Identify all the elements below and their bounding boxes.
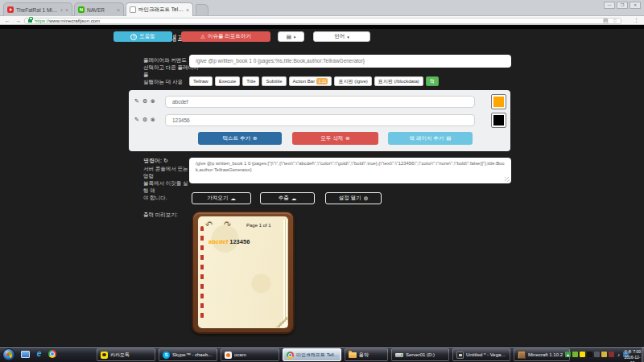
maximize-button[interactable]: ❐ [617, 2, 628, 9]
mode-title[interactable]: Title [242, 76, 259, 86]
command-output-textarea[interactable]: /give @p written_book 1 0 {pages:["[\"\"… [189, 158, 511, 183]
cross-icon: ⊗ [345, 135, 349, 142]
tab-naver[interactable]: N NAVER × [74, 2, 124, 16]
taskbar-clock[interactable]: 오후 7:00 2016-12-18 [623, 349, 642, 362]
volume-icon[interactable]: ♪ [616, 352, 621, 357]
browser-tab-bar: TheFatRat 1 Million ♪ × N NAVER × 마인크래프트… [0, 0, 644, 16]
tab-tellraw-active[interactable]: 마인크래프트 Tellraw 생 × [126, 2, 193, 16]
book-preview: ↶ ↷ Page 1 of 1 abcdef 123456 [192, 211, 295, 334]
minecraft-crafting-table-icon [518, 351, 526, 359]
taskbar-item-minecraft[interactable]: Minecraft 1.10.2 [514, 348, 570, 361]
remove-row-icon[interactable]: ⊗ [151, 117, 155, 123]
help-button[interactable]: ? 도움말 [114, 31, 172, 42]
book-icon: ▤ [446, 135, 451, 142]
mode-tellraw[interactable]: Tellraw [189, 76, 213, 86]
mode-actionbar[interactable]: Action Bar1.11 [289, 76, 332, 86]
start-button[interactable] [2, 348, 15, 361]
tellraw-generator-page: 마인크래프트 Tellraw 생성기 ? 도움말 ⚠ 이슈를 리포트하기 ▤ ▾… [0, 29, 644, 346]
open-settings-button[interactable]: 설정 열기 ⚙ [325, 192, 382, 204]
system-tray: ▴ ♪ [565, 352, 629, 357]
chrome-launcher-icon[interactable] [48, 350, 56, 358]
internet-explorer-icon[interactable]: e [35, 349, 43, 358]
translate-icon[interactable]: ▤ [603, 18, 609, 24]
preview-label: 출력 미리보기: [143, 212, 178, 219]
forward-icon[interactable]: → [15, 18, 21, 23]
command-template-input[interactable]: /give @p written_book 1 0 {pages:%s,titl… [189, 55, 511, 68]
tab-title: TheFatRat 1 Million [16, 7, 58, 13]
mode-book[interactable]: 책 [426, 76, 439, 86]
browser-menu-icon[interactable]: ⋮ [634, 17, 639, 23]
new-tab-button[interactable] [196, 4, 208, 15]
mode-subtitle[interactable]: Subtitle [262, 76, 286, 86]
tray-green-icon[interactable] [572, 352, 578, 357]
refresh-icon[interactable]: ↻ [163, 158, 168, 163]
gear-icon: ⚙ [363, 195, 368, 202]
warning-icon: ⚠ [200, 34, 205, 40]
gear-icon[interactable]: ⚙ [142, 98, 147, 105]
language-button[interactable]: 언어 ▾ [313, 31, 370, 42]
mode-buttons: Tellraw Execute Title Subtitle Action Ba… [189, 76, 439, 86]
mode-sign-blockdata[interactable]: 표지판 (/blockdata) [374, 76, 423, 86]
chevron-down-icon: ▾ [294, 35, 296, 39]
taskbar-item-ocam[interactable]: ocam [221, 348, 279, 361]
tray-shield-icon[interactable] [601, 352, 607, 357]
mode-execute[interactable]: Execute [215, 76, 241, 86]
browser-address-bar: ← → ↻ https:// www.minecraftjson.com ▤ ☆… [0, 16, 644, 25]
taskbar-item-chrome-tellraw[interactable]: 마인크래프트 Tell... [283, 348, 341, 361]
list-icon: ▤ [287, 34, 291, 40]
color-swatch[interactable] [492, 113, 506, 127]
add-book-page-button[interactable]: 책 페이지 추가 ▤ [388, 132, 473, 145]
gear-icon[interactable]: ⚙ [142, 117, 147, 123]
minimize-button[interactable]: — [604, 2, 615, 9]
tray-gray-icon[interactable] [594, 352, 600, 357]
taskbar-item-server-drive[interactable]: Server01 (D:) [391, 348, 449, 361]
mode-sign-give[interactable]: 표지판 (/give) [334, 76, 371, 86]
taskbar-item-vegas[interactable]: Untitled * - Vega... [452, 348, 510, 361]
page-indicator: Page 1 of 1 [246, 223, 271, 228]
tray-kakao-icon[interactable] [580, 352, 585, 357]
delete-all-button[interactable]: 모두 삭제 ⊗ [292, 132, 378, 145]
tab-title: 마인크래프트 Tellraw 생 [138, 6, 184, 14]
book-text-black: 123456 [228, 238, 250, 245]
tray-red-icon[interactable] [609, 352, 614, 357]
windows-taskbar: e 카카오톡 S Skype™ - chaeb... ocam 마인크래프트 T… [0, 346, 644, 362]
book-text-gold: abcdef [208, 238, 228, 245]
close-tab-icon[interactable]: × [65, 7, 68, 13]
cloud-download-icon: ☁ [291, 195, 297, 202]
add-text-button[interactable]: 텍스트 추가 ⊕ [198, 132, 282, 145]
close-tab-icon[interactable]: × [117, 7, 120, 13]
report-issue-button[interactable]: ⚠ 이슈를 리포트하기 [181, 31, 270, 42]
generator-menu-button[interactable]: ▤ ▾ [278, 31, 304, 42]
edit-icon[interactable]: ✎ [134, 117, 139, 123]
version-badge: 1.11 [316, 78, 328, 84]
import-button[interactable]: 가져오기 ☁ [192, 192, 251, 204]
chrome-icon [287, 352, 294, 359]
taskbar-item-skype[interactable]: S Skype™ - chaeb... [159, 348, 217, 361]
back-icon[interactable]: ← [5, 18, 10, 23]
taskbar-item-music-folder[interactable]: 음악 [345, 348, 388, 361]
tab-thefatrat[interactable]: TheFatRat 1 Million ♪ × [3, 2, 72, 16]
taskbar-item-kakaotalk[interactable]: 카카오톡 [97, 348, 155, 361]
close-window-button[interactable]: ✕ [630, 2, 641, 9]
book-stitching [200, 226, 204, 319]
page-back-arrow-icon[interactable]: ↶ [205, 219, 213, 228]
text-row-input[interactable]: abcdef [165, 96, 475, 108]
tray-update-icon[interactable]: ▴ [565, 352, 571, 357]
kakaotalk-icon [101, 352, 108, 359]
ocam-icon [225, 352, 232, 359]
page-edge [283, 220, 288, 325]
remove-row-icon[interactable]: ⊗ [151, 98, 155, 105]
display-settings-icon[interactable] [21, 351, 30, 358]
tray-black-icon[interactable] [587, 352, 592, 357]
close-tab-icon[interactable]: × [186, 7, 189, 13]
page-forward-arrow-icon[interactable]: ↷ [224, 219, 231, 228]
url-field[interactable]: https:// www.minecraftjson.com ▤ ☆ [24, 18, 621, 24]
clock-time: 오후 7:00 [623, 349, 642, 355]
bookmark-star-icon[interactable]: ☆ [613, 18, 617, 24]
edit-icon[interactable]: ✎ [134, 98, 139, 105]
lock-icon [28, 19, 32, 23]
export-button[interactable]: 추출 ☁ [260, 192, 315, 204]
skype-icon: S [163, 352, 170, 359]
color-swatch[interactable] [492, 95, 506, 109]
text-row-input[interactable]: 123456 [165, 114, 475, 126]
